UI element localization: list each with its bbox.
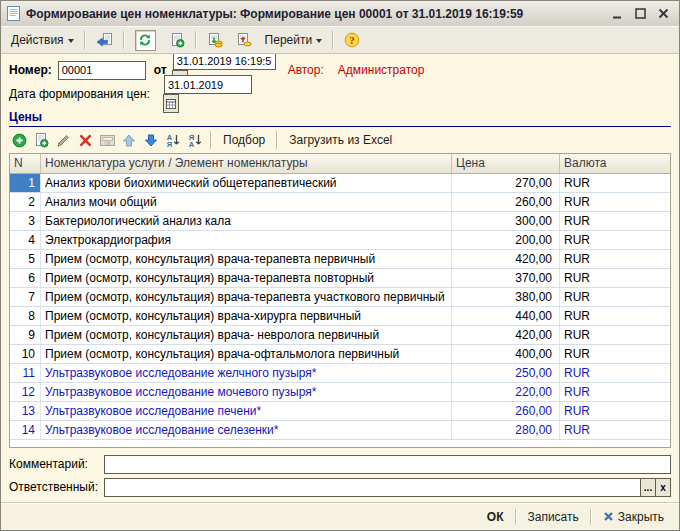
nomenclature-cell[interactable]: Ультразвуковое исследование желчного пуз… xyxy=(41,364,452,382)
nomenclature-cell[interactable]: Ультразвуковое исследование печени* xyxy=(41,402,452,420)
comment-input[interactable] xyxy=(104,455,671,474)
table-row[interactable]: 9Прием (осмотр, консультация) врача- нев… xyxy=(10,326,670,345)
copy-row-button[interactable] xyxy=(31,130,51,150)
nomenclature-cell[interactable]: Прием (осмотр, консультация) врача-хирур… xyxy=(41,307,452,325)
row-number-cell[interactable]: 5 xyxy=(10,250,41,268)
titlebar[interactable]: Формирование цен номенклатуры: Формирова… xyxy=(1,1,679,26)
column-header-currency[interactable]: Валюта xyxy=(560,154,670,173)
add-row-button[interactable] xyxy=(9,130,29,150)
row-number-cell[interactable]: 1 xyxy=(10,174,41,192)
currency-cell[interactable]: RUR xyxy=(560,383,670,401)
currency-cell[interactable]: RUR xyxy=(560,326,670,344)
actions-menu-button[interactable]: Действия xyxy=(5,29,80,51)
nomenclature-cell[interactable]: Ультразвуковое исследование мочевого пуз… xyxy=(41,383,452,401)
currency-cell[interactable]: RUR xyxy=(560,345,670,363)
close-button[interactable] xyxy=(656,7,670,21)
minimize-button[interactable] xyxy=(610,7,624,21)
price-cell[interactable]: 400,00 xyxy=(452,345,560,363)
row-number-cell[interactable]: 6 xyxy=(10,269,41,287)
nomenclature-cell[interactable]: Анализ крови биохимический общетерапевти… xyxy=(41,174,452,192)
row-number-cell[interactable]: 11 xyxy=(10,364,41,382)
maximize-button[interactable] xyxy=(633,7,647,21)
responsible-clear-button[interactable]: x xyxy=(655,478,671,497)
currency-cell[interactable]: RUR xyxy=(560,212,670,230)
currency-cell[interactable]: RUR xyxy=(560,421,670,439)
table-row[interactable]: 3Бактериологический анализ кала300,00RUR xyxy=(10,212,670,231)
delete-row-button[interactable] xyxy=(75,130,95,150)
currency-cell[interactable]: RUR xyxy=(560,269,670,287)
close-window-button[interactable]: Закрыть xyxy=(596,507,671,527)
datetime-input[interactable] xyxy=(173,54,276,70)
price-cell[interactable]: 380,00 xyxy=(452,288,560,306)
price-cell[interactable]: 370,00 xyxy=(452,269,560,287)
move-down-button[interactable] xyxy=(141,130,161,150)
price-cell[interactable]: 420,00 xyxy=(452,326,560,344)
responsible-select-button[interactable]: ... xyxy=(640,478,656,497)
currency-cell[interactable]: RUR xyxy=(560,364,670,382)
nomenclature-cell[interactable]: Прием (осмотр, консультация) врача-терап… xyxy=(41,269,452,287)
row-number-cell[interactable]: 14 xyxy=(10,421,41,439)
price-cell[interactable]: 260,00 xyxy=(452,402,560,420)
column-header-n[interactable]: N xyxy=(10,154,41,173)
nomenclature-cell[interactable]: Прием (осмотр, консультация) врача-терап… xyxy=(41,250,452,268)
table-row[interactable]: 6Прием (осмотр, консультация) врача-тера… xyxy=(10,269,670,288)
row-number-cell[interactable]: 9 xyxy=(10,326,41,344)
row-number-cell[interactable]: 8 xyxy=(10,307,41,325)
nomenclature-cell[interactable]: Ультразвуковое исследование селезенки* xyxy=(41,421,452,439)
currency-cell[interactable]: RUR xyxy=(560,307,670,325)
nomenclature-cell[interactable]: Электрокардиография xyxy=(41,231,452,249)
number-input[interactable] xyxy=(58,61,146,80)
row-number-cell[interactable]: 4 xyxy=(10,231,41,249)
nomenclature-cell[interactable]: Прием (осмотр, консультация) врача-офтал… xyxy=(41,345,452,363)
price-cell[interactable]: 300,00 xyxy=(452,212,560,230)
nomenclature-cell[interactable]: Прием (осмотр, консультация) врача- невр… xyxy=(41,326,452,344)
price-cell[interactable]: 270,00 xyxy=(452,174,560,192)
load-from-excel-button[interactable]: Загрузить из Excel xyxy=(283,130,398,150)
table-row[interactable]: 14Ультразвуковое исследование селезенки*… xyxy=(10,421,670,440)
table-row[interactable]: 12Ультразвуковое исследование мочевого п… xyxy=(10,383,670,402)
help-button[interactable]: ? xyxy=(338,29,366,51)
sort-desc-button[interactable]: Я А xyxy=(185,130,205,150)
price-cell[interactable]: 220,00 xyxy=(452,383,560,401)
table-row[interactable]: 8Прием (осмотр, консультация) врача-хиру… xyxy=(10,307,670,326)
ok-button[interactable]: ОК xyxy=(480,507,511,527)
reread-button[interactable] xyxy=(90,29,119,51)
price-cell[interactable]: 200,00 xyxy=(452,231,560,249)
column-header-price[interactable]: Цена xyxy=(452,154,560,173)
price-date-input[interactable] xyxy=(164,75,252,94)
copy-button[interactable] xyxy=(163,29,191,51)
refresh-button[interactable] xyxy=(129,29,162,51)
price-cell[interactable]: 260,00 xyxy=(452,193,560,211)
row-number-cell[interactable]: 13 xyxy=(10,402,41,420)
table-row[interactable]: 7Прием (осмотр, консультация) врача-тера… xyxy=(10,288,670,307)
end-edit-button[interactable]: ОК xyxy=(97,130,117,150)
price-date-calendar-button[interactable] xyxy=(163,94,179,113)
nomenclature-cell[interactable]: Анализ мочи общий xyxy=(41,193,452,211)
table-row[interactable]: 10Прием (осмотр, консультация) врача-офт… xyxy=(10,345,670,364)
unpost-document-button[interactable] xyxy=(230,29,258,51)
pick-button[interactable]: Подбор xyxy=(217,130,271,150)
nomenclature-cell[interactable]: Прием (осмотр, консультация) врача-терап… xyxy=(41,288,452,306)
save-button[interactable]: Записать xyxy=(521,507,586,527)
sort-asc-button[interactable]: А Я xyxy=(163,130,183,150)
row-number-cell[interactable]: 12 xyxy=(10,383,41,401)
currency-cell[interactable]: RUR xyxy=(560,231,670,249)
currency-cell[interactable]: RUR xyxy=(560,193,670,211)
table-row[interactable]: 13Ультразвуковое исследование печени*260… xyxy=(10,402,670,421)
row-number-cell[interactable]: 3 xyxy=(10,212,41,230)
currency-cell[interactable]: RUR xyxy=(560,402,670,420)
table-row[interactable]: 1Анализ крови биохимический общетерапевт… xyxy=(10,174,670,193)
column-header-nomenclature[interactable]: Номенклатура услуги / Элемент номенклату… xyxy=(41,154,452,173)
row-number-cell[interactable]: 10 xyxy=(10,345,41,363)
row-number-cell[interactable]: 7 xyxy=(10,288,41,306)
move-up-button[interactable] xyxy=(119,130,139,150)
table-row[interactable]: 4Электрокардиография200,00RUR xyxy=(10,231,670,250)
edit-row-button[interactable] xyxy=(53,130,73,150)
price-cell[interactable]: 440,00 xyxy=(452,307,560,325)
currency-cell[interactable]: RUR xyxy=(560,250,670,268)
currency-cell[interactable]: RUR xyxy=(560,174,670,192)
goto-menu-button[interactable]: Перейти xyxy=(259,29,329,51)
price-cell[interactable]: 280,00 xyxy=(452,421,560,439)
table-row[interactable]: 5Прием (осмотр, консультация) врача-тера… xyxy=(10,250,670,269)
responsible-input[interactable] xyxy=(104,478,641,497)
